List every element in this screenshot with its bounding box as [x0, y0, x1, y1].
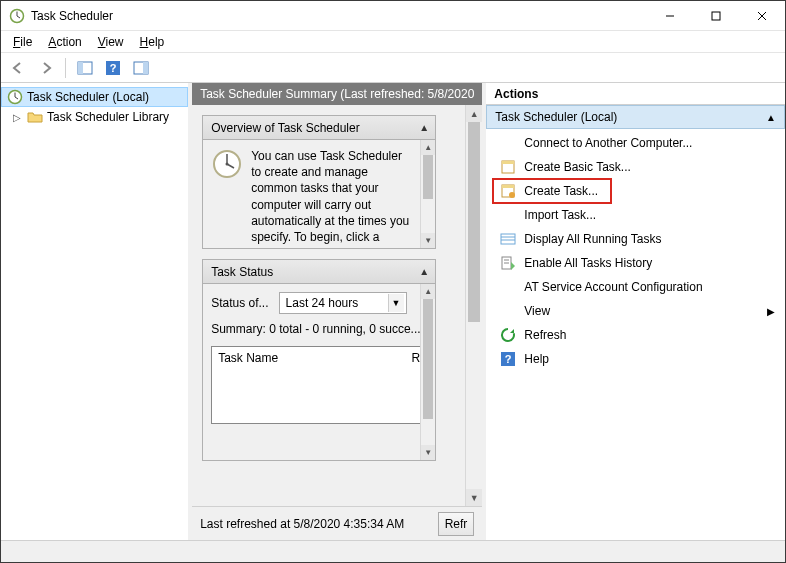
menu-file[interactable]: File	[5, 33, 40, 51]
menubar: File Action View Help	[1, 31, 785, 53]
list-col2-fragment: R	[412, 351, 421, 365]
action-import[interactable]: Import Task...	[486, 203, 785, 227]
menu-view[interactable]: View	[90, 33, 132, 51]
tree-root-label: Task Scheduler (Local)	[27, 90, 149, 104]
task-status-title: Task Status	[211, 265, 273, 279]
task-listbox[interactable]: Task Name R	[211, 346, 427, 424]
action-label: Create Task...	[524, 184, 598, 198]
action-label: Display All Running Tasks	[524, 232, 661, 246]
svg-point-19	[226, 163, 229, 166]
scroll-up-icon[interactable]: ▲	[466, 105, 482, 122]
scroll-thumb[interactable]	[423, 299, 433, 419]
list-col-task-name: Task Name	[218, 351, 278, 365]
action-create-basic[interactable]: Create Basic Task...	[486, 155, 785, 179]
overview-scrollbar[interactable]: ▲ ▼	[420, 140, 435, 248]
svg-rect-21	[502, 161, 514, 164]
history-icon	[500, 255, 516, 271]
expander-icon[interactable]: ▷	[11, 112, 23, 123]
show-hide-action-pane-button[interactable]	[128, 56, 154, 80]
overview-group: Overview of Task Scheduler ▲ You can use…	[202, 115, 436, 249]
maximize-button[interactable]	[693, 1, 739, 30]
statusbar	[1, 540, 785, 562]
last-refreshed-text: Last refreshed at 5/8/2020 4:35:34 AM	[200, 517, 429, 531]
overview-text: You can use Task Scheduler to create and…	[251, 148, 427, 240]
help-toolbar-button[interactable]: ?	[100, 56, 126, 80]
collapse-icon: ▲	[419, 122, 429, 133]
menu-action[interactable]: Action	[40, 33, 89, 51]
svg-text:?: ?	[110, 62, 117, 74]
collapse-icon: ▲	[766, 112, 776, 123]
action-label: Connect to Another Computer...	[524, 136, 692, 150]
svg-rect-4	[712, 12, 720, 20]
chevron-right-icon: ▶	[767, 306, 775, 317]
minimize-button[interactable]	[647, 1, 693, 30]
tree-root-node[interactable]: Task Scheduler (Local)	[1, 87, 188, 107]
menu-help[interactable]: Help	[132, 33, 173, 51]
client-area: Task Scheduler (Local) ▷ Task Scheduler …	[1, 83, 785, 540]
action-label: Refresh	[524, 328, 566, 342]
action-refresh[interactable]: Refresh	[486, 323, 785, 347]
svg-rect-12	[143, 62, 148, 74]
task-status-scrollbar[interactable]: ▲ ▼	[420, 284, 435, 460]
blank-icon	[500, 207, 516, 223]
show-hide-tree-button[interactable]	[72, 56, 98, 80]
center-body: Overview of Task Scheduler ▲ You can use…	[192, 105, 482, 506]
svg-rect-8	[78, 62, 83, 74]
actions-node-header[interactable]: Task Scheduler (Local) ▲	[486, 105, 785, 129]
svg-rect-25	[501, 234, 515, 244]
forward-button[interactable]	[33, 56, 59, 80]
action-enable-history[interactable]: Enable All Tasks History	[486, 251, 785, 275]
center-header: Task Scheduler Summary (Last refreshed: …	[192, 83, 482, 105]
action-connect[interactable]: Connect to Another Computer...	[486, 131, 785, 155]
scroll-down-icon[interactable]: ▼	[466, 489, 482, 506]
action-at-service[interactable]: AT Service Account Configuration	[486, 275, 785, 299]
back-button[interactable]	[5, 56, 31, 80]
tree-pane: Task Scheduler (Local) ▷ Task Scheduler …	[1, 83, 192, 540]
clock-icon	[7, 89, 23, 105]
tree-library-node[interactable]: ▷ Task Scheduler Library	[1, 107, 188, 127]
tree-library-label: Task Scheduler Library	[47, 110, 169, 124]
titlebar: Task Scheduler	[1, 1, 785, 31]
center-scrollbar[interactable]: ▲ ▼	[465, 105, 482, 506]
app-icon	[9, 8, 25, 24]
status-of-label: Status of...	[211, 296, 268, 310]
blank-icon	[500, 303, 516, 319]
overview-title: Overview of Task Scheduler	[211, 121, 360, 135]
svg-rect-23	[502, 185, 514, 188]
status-of-combo[interactable]: Last 24 hours ▼	[279, 292, 407, 314]
svg-text:?: ?	[505, 353, 512, 365]
collapse-icon: ▲	[419, 266, 429, 277]
action-create-task[interactable]: Create Task...	[486, 179, 785, 203]
scroll-thumb[interactable]	[423, 155, 433, 199]
scroll-up-icon[interactable]: ▲	[421, 140, 435, 155]
scroll-up-icon[interactable]: ▲	[421, 284, 435, 299]
actions-list: Connect to Another Computer...Create Bas…	[486, 129, 785, 373]
create-task-icon	[500, 183, 516, 199]
task-status-group: Task Status ▲ Status of... Last 24 hours…	[202, 259, 436, 461]
svg-point-24	[509, 192, 515, 198]
action-help[interactable]: ?Help	[486, 347, 785, 371]
overview-header[interactable]: Overview of Task Scheduler ▲	[203, 116, 435, 140]
blank-icon	[500, 279, 516, 295]
action-label: AT Service Account Configuration	[524, 280, 702, 294]
action-label: View	[524, 304, 550, 318]
scroll-down-icon[interactable]: ▼	[421, 233, 435, 248]
action-label: Import Task...	[524, 208, 596, 222]
folder-icon	[27, 109, 43, 125]
status-of-value: Last 24 hours	[286, 296, 359, 310]
scroll-down-icon[interactable]: ▼	[421, 445, 435, 460]
task-status-header[interactable]: Task Status ▲	[203, 260, 435, 284]
action-display-running[interactable]: Display All Running Tasks	[486, 227, 785, 251]
refresh-button[interactable]: Refr	[438, 512, 475, 536]
toolbar-separator	[65, 58, 66, 78]
center-footer: Last refreshed at 5/8/2020 4:35:34 AM Re…	[192, 506, 482, 540]
clock-large-icon	[211, 148, 243, 240]
action-label: Create Basic Task...	[524, 160, 631, 174]
action-view[interactable]: View▶	[486, 299, 785, 323]
refresh-icon	[500, 327, 516, 343]
summary-line: Summary: 0 total - 0 running, 0 succe...	[211, 322, 427, 336]
close-button[interactable]	[739, 1, 785, 30]
window-title: Task Scheduler	[31, 9, 113, 23]
scroll-thumb[interactable]	[468, 122, 480, 322]
actions-pane-title: Actions	[486, 83, 785, 105]
